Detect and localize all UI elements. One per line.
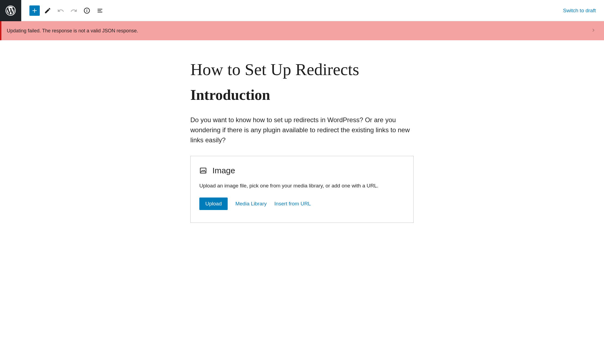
- image-block-placeholder[interactable]: Image Upload an image file, pick one fro…: [190, 156, 414, 223]
- redo-icon: [70, 7, 77, 14]
- switch-to-draft-link[interactable]: Switch to draft: [563, 8, 596, 13]
- post-title[interactable]: How to Set Up Redirects: [190, 59, 414, 79]
- toolbar-right-group: Switch to draft: [563, 8, 599, 14]
- undo-icon: [57, 7, 64, 14]
- image-block-title: Image: [212, 166, 235, 175]
- chevron-right-icon: [590, 27, 596, 33]
- error-notice: Updating failed. The response is not a v…: [0, 21, 604, 40]
- svg-rect-2: [87, 10, 87, 12]
- redo-button[interactable]: [69, 5, 79, 16]
- insert-from-url-button[interactable]: Insert from URL: [274, 201, 311, 207]
- undo-button[interactable]: [56, 5, 66, 16]
- media-library-button[interactable]: Media Library: [235, 201, 267, 207]
- editor-canvas: How to Set Up Redirects Introduction Do …: [190, 40, 414, 234]
- toolbar-left-group: [21, 5, 105, 16]
- list-view-icon: [96, 7, 103, 14]
- paragraph-block[interactable]: Do you want to know how to set up redire…: [190, 115, 414, 145]
- info-button[interactable]: [82, 5, 92, 16]
- wordpress-logo[interactable]: [0, 0, 21, 21]
- svg-rect-4: [200, 168, 206, 173]
- editor-toolbar: Switch to draft: [0, 0, 604, 21]
- info-icon: [83, 7, 90, 14]
- upload-button[interactable]: Upload: [199, 198, 228, 210]
- dismiss-error-button[interactable]: [588, 27, 599, 34]
- image-icon: [199, 167, 207, 174]
- svg-rect-3: [87, 9, 87, 10]
- plus-icon: [31, 7, 38, 14]
- heading-block[interactable]: Introduction: [190, 87, 414, 103]
- pencil-icon: [44, 7, 51, 14]
- image-block-actions: Upload Media Library Insert from URL: [199, 198, 405, 210]
- wordpress-icon: [5, 5, 16, 16]
- outline-button[interactable]: [95, 5, 105, 16]
- error-message: Updating failed. The response is not a v…: [7, 28, 138, 34]
- image-block-description: Upload an image file, pick one from your…: [199, 183, 405, 189]
- image-block-header: Image: [199, 166, 405, 175]
- tools-button[interactable]: [42, 5, 53, 16]
- add-block-button[interactable]: [29, 5, 40, 16]
